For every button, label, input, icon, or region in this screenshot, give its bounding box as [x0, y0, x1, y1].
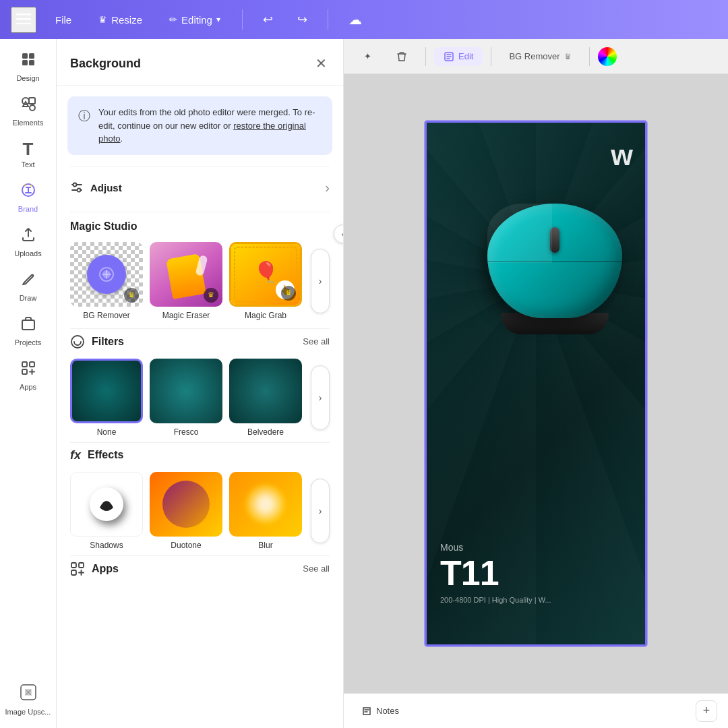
magic-item-bg-remover[interactable]: ♛ BG Remover [70, 242, 143, 320]
svg-rect-11 [22, 320, 34, 330]
svg-rect-0 [16, 13, 31, 16]
magic-item-eraser[interactable]: ♛ Magic Eraser [150, 242, 222, 320]
resize-button[interactable]: ♛ Resize [90, 10, 150, 30]
filter-none-label: None [97, 427, 117, 437]
svg-text:🎈: 🎈 [253, 260, 279, 284]
topbar-divider-2 [328, 9, 328, 30]
effects-row-wrapper: Shadows Duotone [70, 472, 330, 550]
filters-see-all[interactable]: See all [303, 336, 330, 346]
projects-icon [20, 315, 36, 336]
adjust-header[interactable]: Adjust › [70, 172, 330, 204]
cloud-save-button[interactable]: ☁ [342, 7, 369, 32]
pencil-icon: ✏ [169, 14, 177, 25]
card-subtitle: Mous [440, 542, 632, 553]
bg-remover-thumb: ♛ [70, 242, 143, 307]
panel-close-button[interactable]: ✕ [313, 53, 330, 74]
bg-remover-label: BG Remover [83, 311, 129, 320]
crown-badge: ♛ [124, 288, 139, 303]
edit-button[interactable]: Edit [434, 47, 483, 66]
filters-row: None Fresco Belvedere F... [70, 359, 308, 437]
svg-rect-3 [22, 53, 28, 59]
notes-button[interactable]: Notes [355, 702, 406, 721]
effect-shadows-thumb [70, 472, 143, 537]
design-card[interactable]: w [425, 121, 647, 646]
elements-label: Elements [13, 119, 44, 127]
file-button[interactable]: File [47, 10, 80, 30]
sidebar-item-design[interactable]: Design [1, 44, 55, 89]
notes-label: Notes [376, 706, 399, 716]
effect-blur[interactable]: Blur [229, 472, 302, 550]
add-magic-icon: ✦ [364, 51, 371, 61]
sidebar-item-uploads[interactable]: Uploads [1, 220, 55, 264]
effect-duotone[interactable]: Duotone [150, 472, 222, 550]
toolbar-divider-3 [589, 47, 590, 66]
svg-rect-6 [29, 60, 34, 65]
edit-icon [444, 51, 454, 62]
fx-icon: fx [70, 448, 81, 462]
sidebar-item-projects[interactable]: Projects [1, 309, 55, 353]
effects-scroll-right[interactable]: › [311, 479, 330, 543]
delete-button[interactable] [386, 47, 417, 67]
menu-button[interactable] [11, 7, 36, 33]
canvas-content: w [344, 74, 728, 693]
info-icon: ⓘ [78, 107, 90, 146]
svg-rect-28 [71, 570, 76, 575]
delete-icon [396, 51, 408, 63]
filters-scroll-right[interactable]: › [311, 365, 330, 430]
sidebar-item-apps[interactable]: Apps [1, 353, 55, 398]
card-title: T11 [440, 555, 632, 590]
uploads-label: Uploads [14, 249, 41, 257]
canvas-area: ✦ Edit BG Remover ♛ [344, 39, 728, 728]
filter-fresco[interactable]: Fresco [150, 359, 222, 437]
undo-button[interactable]: ↩ [256, 8, 280, 31]
magic-item-grab[interactable]: 🎈 👆 ♛ Magic Grab [229, 242, 302, 320]
panel-header: Background ✕ [57, 39, 343, 86]
filter-none-thumb [70, 359, 143, 423]
design-icon [20, 51, 36, 71]
redo-button[interactable]: ↪ [291, 8, 314, 31]
filters-icon [70, 334, 85, 349]
magic-scroll-right[interactable]: › [311, 249, 330, 313]
add-page-button[interactable]: + [696, 700, 717, 722]
design-label: Design [16, 74, 39, 82]
canvas-toolbar: ✦ Edit BG Remover ♛ [344, 39, 728, 74]
bg-remover-toolbar-button[interactable]: BG Remover ♛ [499, 47, 580, 65]
svg-rect-5 [22, 60, 28, 65]
color-wheel[interactable] [598, 47, 617, 66]
apps-header: Apps See all [70, 562, 330, 576]
brand-label: Brand [18, 205, 38, 213]
adjust-header-left: Adjust [70, 181, 122, 194]
svg-rect-26 [71, 563, 76, 568]
effect-shadows[interactable]: Shadows [70, 472, 143, 550]
draw-icon [20, 271, 36, 291]
apps-see-all[interactable]: See all [303, 564, 330, 574]
svg-rect-27 [79, 563, 84, 568]
sidebar-item-image-upscale[interactable]: Image Upsc... [1, 677, 55, 723]
toolbar-divider-1 [425, 47, 426, 66]
sidebar-item-text[interactable]: T Text [1, 133, 55, 175]
crown-icon: ♛ [98, 14, 107, 25]
sidebar-item-draw[interactable]: Draw [1, 264, 55, 309]
filter-belvedere[interactable]: Belvedere [229, 359, 302, 437]
svg-rect-1 [16, 18, 31, 20]
add-magic-button[interactable]: ✦ [355, 47, 381, 65]
filters-row-wrapper: None Fresco Belvedere F... › [70, 359, 330, 437]
text-label: Text [21, 160, 34, 169]
brand-icon [20, 182, 36, 202]
toolbar-divider-2 [491, 47, 491, 66]
editing-button[interactable]: ✏ Editing ▾ [161, 10, 229, 30]
info-text: Your edits from the old photo editor wer… [98, 106, 322, 146]
svg-point-9 [30, 105, 35, 111]
effect-blur-label: Blur [258, 541, 272, 550]
adjust-section: Adjust › [57, 166, 343, 212]
svg-rect-8 [29, 98, 35, 104]
filter-belvedere-label: Belvedere [247, 427, 284, 437]
apps-section: Apps See all [57, 556, 343, 584]
topbar-divider [242, 9, 243, 30]
add-page-icon: + [703, 704, 710, 718]
sidebar-item-elements[interactable]: Elements [1, 89, 55, 133]
filter-none[interactable]: None [70, 359, 143, 437]
sidebar-item-brand[interactable]: Brand [1, 175, 55, 220]
apps-label: Apps [20, 383, 36, 391]
bg-remover-toolbar-label: BG Remover [509, 51, 559, 61]
